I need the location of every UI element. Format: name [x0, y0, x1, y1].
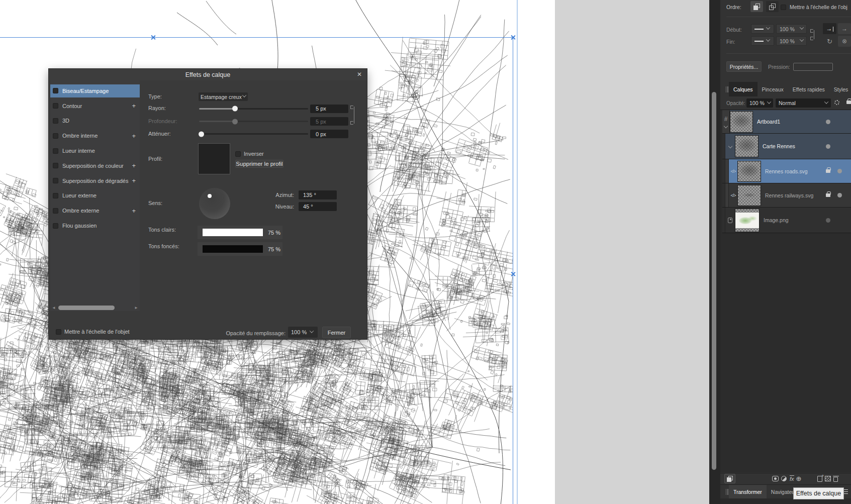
- layer-thumbnail[interactable]: [737, 185, 761, 206]
- scrollbar-thumb[interactable]: [712, 92, 716, 470]
- effect-checkbox[interactable]: [53, 88, 58, 93]
- slider-handle[interactable]: [232, 119, 238, 124]
- effects-list-hscrollbar[interactable]: ◄ ►: [50, 305, 140, 311]
- visibility-dot[interactable]: [826, 144, 830, 149]
- visibility-dot[interactable]: [837, 193, 842, 197]
- delete-layer-icon[interactable]: [833, 477, 838, 482]
- lock-icon[interactable]: [846, 100, 851, 104]
- effect-item[interactable]: Superposition de couleur+: [50, 159, 140, 172]
- layer-name[interactable]: Artboard1: [757, 119, 780, 125]
- layer-row-artboard1[interactable]: #Artboard1: [722, 110, 851, 134]
- end-stroke-combo[interactable]: [751, 36, 774, 46]
- level-input[interactable]: 45 °: [299, 202, 337, 211]
- effect-item[interactable]: Flou gaussien: [50, 219, 140, 232]
- properties-button[interactable]: Propriétés...: [726, 61, 762, 72]
- gear-icon[interactable]: [834, 100, 839, 105]
- fx-icon[interactable]: fx: [790, 475, 794, 482]
- effect-checkbox[interactable]: [53, 163, 58, 168]
- tone-bar[interactable]: [203, 229, 263, 236]
- layer-name[interactable]: Carte Rennes: [763, 143, 795, 149]
- effect-item[interactable]: Lueur externe: [50, 189, 140, 203]
- direction-sphere[interactable]: [199, 188, 230, 219]
- layers-stack-icon[interactable]: [724, 474, 735, 483]
- layer-row-image-png[interactable]: Image.png: [722, 208, 851, 233]
- chevron-down-icon[interactable]: [728, 144, 732, 148]
- layer-name[interactable]: Rennes railways.svg: [765, 192, 813, 198]
- tab-styles[interactable]: Styles: [829, 82, 851, 96]
- layer-row-rennes-roads-svg[interactable]: </>Rennes roads.svg: [722, 159, 851, 183]
- tone-bar[interactable]: [203, 245, 263, 253]
- opacity-combo[interactable]: 100 %: [746, 98, 773, 108]
- effect-item[interactable]: Lueur interne: [50, 144, 140, 157]
- pressure-profile-button[interactable]: →: [823, 23, 836, 34]
- effect-checkbox[interactable]: [53, 103, 58, 109]
- effect-item[interactable]: Contour+: [50, 99, 140, 113]
- effect-checkbox[interactable]: [53, 118, 58, 124]
- tab-transformer[interactable]: Transformer: [729, 485, 767, 498]
- lock-icon[interactable]: [826, 169, 830, 173]
- reset-button[interactable]: ⊗: [838, 36, 851, 47]
- visibility-dot[interactable]: [837, 169, 842, 173]
- panel-drag-handle[interactable]: [725, 82, 729, 96]
- effect-checkbox[interactable]: [53, 208, 58, 214]
- fill-opacity-combo[interactable]: 100 %: [288, 327, 318, 338]
- expand-plus-icon[interactable]: +: [132, 102, 136, 110]
- end-percent-combo[interactable]: 100 %: [776, 36, 807, 46]
- close-button[interactable]: Fermer: [322, 327, 351, 338]
- selection-handle[interactable]: [151, 35, 155, 40]
- visibility-dot[interactable]: [826, 218, 830, 223]
- slider-handle[interactable]: [199, 131, 204, 137]
- selection-handle[interactable]: [511, 35, 515, 40]
- scroll-right-icon[interactable]: ►: [133, 306, 140, 310]
- slider-value[interactable]: 0 px: [310, 130, 348, 138]
- expand-plus-icon[interactable]: +: [132, 132, 136, 140]
- scale-with-object-checkbox[interactable]: [56, 329, 61, 335]
- slider-value[interactable]: 5 px: [310, 117, 348, 126]
- tab-calques[interactable]: Calques: [729, 82, 758, 96]
- tab-pinceaux[interactable]: Pinceaux: [758, 82, 788, 96]
- blend-mode-combo[interactable]: Normal: [776, 98, 831, 108]
- scale-object-checkbox[interactable]: [781, 5, 786, 10]
- layer-thumbnail[interactable]: [735, 209, 760, 232]
- slider-handle[interactable]: [232, 106, 238, 112]
- layer-row-rennes-railways-svg[interactable]: </>Rennes railways.svg: [722, 183, 851, 208]
- scrollbar-thumb[interactable]: [58, 306, 115, 310]
- start-percent-combo[interactable]: 100 %: [776, 24, 807, 34]
- repeat-button[interactable]: ↻: [823, 36, 836, 47]
- azimuth-input[interactable]: 135 °: [299, 190, 337, 199]
- mask-icon[interactable]: [772, 476, 779, 481]
- link-radius-depth-icon[interactable]: [350, 106, 354, 125]
- profile-swatch[interactable]: [198, 143, 230, 174]
- order-to-back-button[interactable]: [766, 1, 779, 12]
- slider[interactable]: [199, 121, 308, 122]
- layer-thumbnail[interactable]: [730, 111, 753, 133]
- effect-item[interactable]: Ombre interne+: [50, 129, 140, 142]
- layer-thumbnail[interactable]: [737, 161, 761, 182]
- rasterize-icon[interactable]: [825, 476, 831, 481]
- effect-item[interactable]: Superposition de dégradés+: [50, 174, 140, 187]
- dialog-close-icon[interactable]: ✕: [356, 71, 363, 78]
- effect-checkbox[interactable]: [53, 223, 58, 229]
- add-layer-icon[interactable]: [817, 476, 822, 482]
- lock-icon[interactable]: [826, 193, 830, 197]
- adjustment-icon[interactable]: [781, 476, 787, 481]
- effect-checkbox[interactable]: [53, 193, 58, 198]
- link-start-end-icon[interactable]: [810, 29, 814, 40]
- live-filter-icon[interactable]: ⊕: [796, 475, 802, 482]
- pressure-input[interactable]: [793, 63, 833, 71]
- chevron-down-icon[interactable]: [724, 124, 728, 128]
- expand-plus-icon[interactable]: +: [132, 162, 136, 169]
- layer-name[interactable]: Image.png: [764, 217, 789, 223]
- canvas-vertical-scrollbar[interactable]: [709, 0, 720, 504]
- visibility-dot[interactable]: [826, 120, 830, 124]
- effect-item[interactable]: Biseau/Estampage: [50, 84, 140, 97]
- order-to-front-button[interactable]: [750, 1, 763, 12]
- layer-row-carte-rennes[interactable]: Carte Rennes: [722, 134, 851, 159]
- effect-checkbox[interactable]: [53, 133, 58, 139]
- panel-drag-handle[interactable]: [725, 485, 729, 498]
- slider[interactable]: [199, 108, 308, 110]
- tab-effets-rapides[interactable]: Effets rapides: [788, 82, 829, 96]
- expand-plus-icon[interactable]: +: [132, 207, 136, 215]
- pressure-linear-button[interactable]: →: [838, 23, 851, 34]
- effect-checkbox[interactable]: [53, 148, 58, 154]
